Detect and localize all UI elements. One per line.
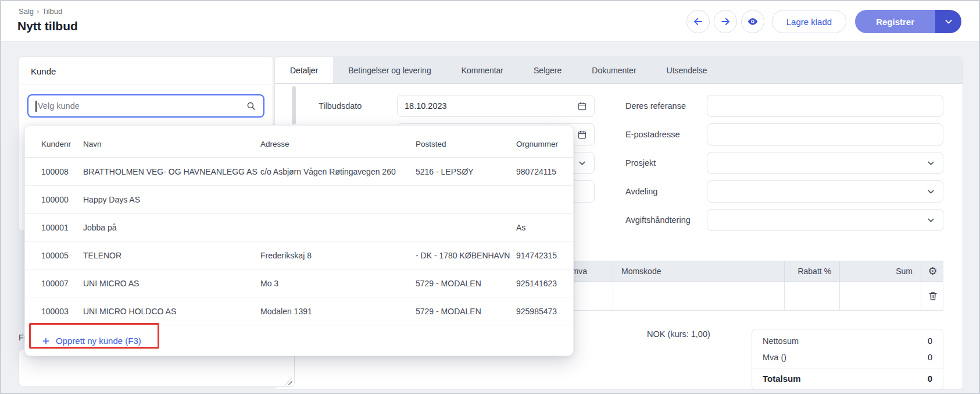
column-header-navn: Navn [83,140,260,148]
forward-button[interactable] [714,10,737,33]
breadcrumb-salg[interactable]: Salg [19,7,34,16]
breadcrumb-tilbud[interactable]: Tilbud [42,7,62,16]
epostadresse-input[interactable] [707,123,943,145]
create-customer-button[interactable]: Opprett ny kunde (F3) [41,336,141,346]
column-header-adresse: Adresse [260,140,416,148]
plus-icon [41,336,51,346]
register-dropdown-button[interactable] [935,10,961,33]
column-header-orgnummer: Orgnummer [516,140,573,148]
tilbudsdato-field[interactable]: 18.10.2023 [397,95,595,117]
customer-row-100001[interactable]: 100001 Jobba på As [25,214,573,242]
customer-row-100003[interactable]: 100003 UNI MICRO HOLDCO AS Modalen 1391 … [25,297,573,325]
chevron-down-icon [926,215,936,225]
column-header-momskode: Momskode [613,261,784,281]
dropdown-header: Kundenr Navn Adresse Poststed Orgnummer [25,126,573,158]
customer-search-placeholder: Velg kunde [38,101,246,111]
rabatt-cell[interactable] [784,282,839,310]
prosjekt-label: Prosjekt [625,152,656,174]
calendar-icon [577,130,587,140]
column-header-poststed: Poststed [416,140,516,148]
register-button[interactable]: Registrer [855,10,935,33]
breadcrumb-separator: › [37,7,39,16]
search-icon [246,101,256,111]
mva-value: 0 [928,353,932,362]
chevron-down-icon [943,16,954,27]
customer-panel-title: Kunde [19,57,273,84]
deres-referanse-input[interactable] [707,95,943,117]
create-customer-label: Opprett ny kunde (F3) [56,336,141,346]
avdeling-label: Avdeling [625,180,657,203]
customer-row-100005[interactable]: 100005 TELENOR Frederikskaj 8 - DK - 178… [25,242,573,269]
register-label: Registrer [876,17,914,27]
text-cursor [35,101,37,112]
totalsum-value: 0 [928,374,932,384]
topbar: Salg›Tilbud Nytt tilbud Lagre kladd [1,1,979,42]
momskode-cell[interactable] [613,282,784,310]
breadcrumb: Salg›Tilbud [19,7,62,16]
register-split-button: Registrer [855,10,961,33]
dropdown-footer: Opprett ny kunde (F3) [25,325,573,356]
tab-kommentar[interactable]: Kommentar [446,57,518,83]
mva-row: Mva () 0 [752,349,943,365]
column-header-rabatt: Rabatt % [784,261,839,281]
tab-dokumenter[interactable]: Dokumenter [577,57,651,83]
chevron-down-icon [577,158,587,168]
customer-dropdown: Kundenr Navn Adresse Poststed Orgnummer … [24,125,574,356]
currency-note: NOK (kurs: 1,00) [647,329,710,339]
chevron-down-icon [926,158,936,168]
page-title: Nytt tilbud [17,19,78,33]
trash-icon[interactable] [928,291,938,301]
column-header-kundenr: Kundenr [41,140,83,148]
toolbar-actions: Lagre kladd Registrer [686,10,961,33]
prosjekt-select[interactable] [707,152,943,174]
sum-cell[interactable] [839,282,921,310]
tab-selgere[interactable]: Selgere [518,57,577,83]
nettosum-value: 0 [928,336,932,346]
customer-row-100008[interactable]: 100008 BRATTHOLMEN VEG- OG HAVNEANLEGG A… [25,158,573,186]
eye-icon [747,16,759,27]
nettosum-row: Nettosum 0 [752,333,943,349]
scrollbar-thumb[interactable] [292,86,296,125]
chevron-down-icon [926,187,936,197]
column-header-sum: Sum [839,261,921,281]
arrow-left-icon [692,16,704,27]
tab-detaljer[interactable]: Detaljer [275,57,333,83]
avdeling-select[interactable] [707,180,943,203]
save-draft-button[interactable]: Lagre kladd [772,10,846,33]
save-draft-label: Lagre kladd [786,17,832,27]
avgiftshandtering-label: Avgiftshåndtering [625,209,691,231]
tilbudsdato-value: 18.10.2023 [405,101,577,111]
arrow-right-icon [720,16,731,27]
nettosum-label: Nettosum [763,336,799,346]
tab-utsendelse[interactable]: Utsendelse [652,57,723,83]
table-settings-cell: ⚙ [921,261,944,281]
tabbar: Detaljer Betingelser og levering Komment… [275,57,963,84]
tilbudsdato-label: Tilbudsdato [319,95,362,117]
totals-card: Nettosum 0 Mva () 0 Totalsum 0 [752,329,943,390]
gear-icon[interactable]: ⚙ [928,266,937,276]
deres-referanse-label: Deres referanse [625,95,686,117]
mva-label: Mva () [763,353,786,362]
totalsum-label: Totalsum [763,374,801,384]
customer-search-input[interactable]: Velg kunde [27,94,264,118]
avgiftshandtering-select[interactable] [707,209,943,231]
resize-handle[interactable] [285,378,292,385]
back-button[interactable] [686,10,710,33]
tab-betingelser-og-levering[interactable]: Betingelser og levering [333,57,446,83]
preview-button[interactable] [741,10,764,33]
app-window: Salg›Tilbud Nytt tilbud Lagre kladd [0,0,980,394]
calendar-icon [577,101,587,111]
totalsum-row: Totalsum 0 [752,368,943,389]
customer-row-100000[interactable]: 100000 Happy Days AS [25,186,573,214]
customer-row-100007[interactable]: 100007 UNI MICRO AS Mo 3 5729 - MODALEN … [25,269,573,297]
epostadresse-label: E-postadresse [625,123,680,145]
